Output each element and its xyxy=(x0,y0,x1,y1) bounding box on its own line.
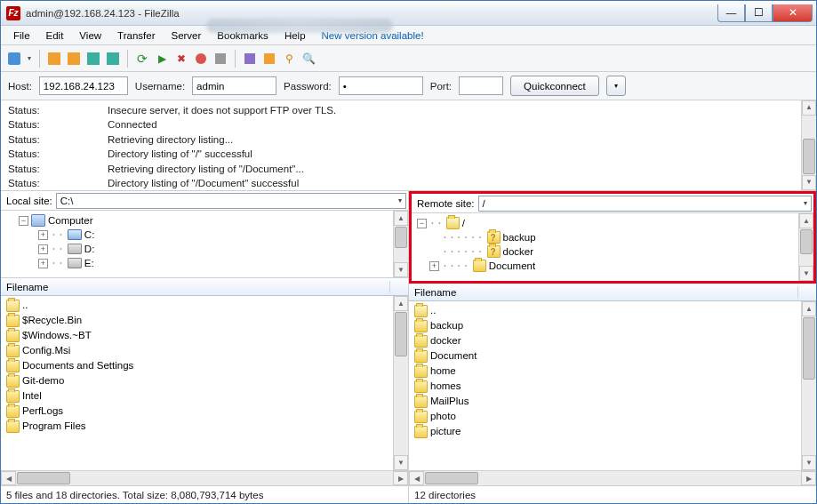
username-input[interactable] xyxy=(192,76,276,95)
compare-icon[interactable] xyxy=(261,51,277,67)
tree-node-drive[interactable]: C: xyxy=(84,228,95,242)
quickconnect-button[interactable]: Quickconnect xyxy=(510,76,599,96)
tree-node[interactable]: backup xyxy=(503,230,536,244)
list-item[interactable]: MailPlus xyxy=(430,394,469,409)
local-file-list[interactable]: .. $Recycle.Bin $Windows.~BT Config.Msi … xyxy=(1,296,408,470)
list-item[interactable]: homes xyxy=(430,379,461,394)
expander-icon[interactable] xyxy=(417,219,427,228)
list-item[interactable]: $Recycle.Bin xyxy=(22,313,82,328)
tree-node-computer[interactable]: Computer xyxy=(48,213,93,228)
list-item[interactable]: $Windows.~BT xyxy=(22,328,92,343)
folder-unknown-icon xyxy=(487,231,501,244)
folder-icon xyxy=(414,350,428,363)
process-queue-icon[interactable]: ▶ xyxy=(154,51,170,67)
local-tree-scrollbar[interactable]: ▲▼ xyxy=(393,211,408,277)
list-item[interactable]: Intel xyxy=(22,388,42,404)
remote-status: 12 directories xyxy=(409,485,816,503)
log-scrollbar[interactable]: ▲▼ xyxy=(801,100,816,190)
tree-node[interactable]: Document xyxy=(489,259,535,273)
menu-file[interactable]: File xyxy=(6,28,37,43)
host-input[interactable] xyxy=(39,76,128,95)
local-tree[interactable]: Computer ··C: ··D: ··E: ▲▼ xyxy=(1,211,408,278)
remote-site-combo[interactable]: /▾ xyxy=(478,196,812,212)
site-manager-dropdown[interactable]: ▾ xyxy=(26,51,33,67)
remote-list-header[interactable]: Filename xyxy=(409,284,816,301)
computer-icon xyxy=(31,214,45,227)
menu-edit[interactable]: Edit xyxy=(39,28,71,43)
remote-tree-scrollbar[interactable]: ▲▼ xyxy=(798,213,813,281)
obscured-area xyxy=(206,19,393,33)
folder-up-icon xyxy=(6,300,20,312)
list-item[interactable]: Config.Msi xyxy=(22,343,70,358)
list-item[interactable]: Document xyxy=(430,348,477,364)
minimize-button[interactable]: — xyxy=(717,4,745,22)
close-button[interactable]: ✕ xyxy=(773,4,813,22)
list-item[interactable]: .. xyxy=(22,298,28,313)
cancel-icon[interactable]: ✖ xyxy=(173,51,189,67)
port-input[interactable] xyxy=(459,76,503,95)
expander-icon[interactable] xyxy=(38,244,48,254)
folder-icon xyxy=(6,405,20,418)
expander-icon[interactable] xyxy=(38,259,48,268)
folder-icon xyxy=(414,320,428,332)
remote-tree[interactable]: ··/ ······backup ······docker ····Docume… xyxy=(412,213,813,281)
list-item[interactable]: PerfLogs xyxy=(22,404,63,419)
expander-icon[interactable] xyxy=(429,261,439,271)
filter-icon[interactable] xyxy=(242,51,258,67)
log-line: Directory listing of "/Document" success… xyxy=(108,176,299,190)
tree-node-drive[interactable]: E: xyxy=(84,256,94,270)
remote-list-hscrollbar[interactable]: ◀▶ xyxy=(409,470,816,485)
tree-node[interactable]: docker xyxy=(503,244,534,259)
remote-file-list[interactable]: .. backup docker Document home homes Mai… xyxy=(409,301,816,470)
remote-list-scrollbar[interactable]: ▲▼ xyxy=(801,301,816,470)
toggle-remote-tree-icon[interactable] xyxy=(85,51,101,67)
list-item[interactable]: backup xyxy=(430,318,463,333)
local-pane: Local site: C:\▾ Computer ··C: ··D: ··E:… xyxy=(1,191,409,503)
menu-server[interactable]: Server xyxy=(164,28,208,43)
toggle-queue-icon[interactable] xyxy=(105,51,121,67)
log-line: Directory listing of "/" successful xyxy=(108,147,252,161)
search-icon[interactable]: 🔍 xyxy=(300,51,316,67)
menu-transfer[interactable]: Transfer xyxy=(110,28,162,43)
port-label: Port: xyxy=(430,81,452,92)
expander-icon[interactable] xyxy=(19,216,28,226)
toggle-local-tree-icon[interactable] xyxy=(66,51,82,67)
tree-node-drive[interactable]: D: xyxy=(84,242,95,256)
site-manager-icon[interactable] xyxy=(6,51,22,67)
tree-node-root[interactable]: / xyxy=(462,216,465,230)
list-item[interactable]: home xyxy=(430,364,456,379)
remote-pane: Remote site: /▾ ··/ ······backup ······d… xyxy=(409,191,816,503)
folder-icon xyxy=(6,360,20,372)
main-panes: Local site: C:\▾ Computer ··C: ··D: ··E:… xyxy=(1,191,816,503)
list-item[interactable]: Documents and Settings xyxy=(22,358,133,373)
maximize-button[interactable]: ☐ xyxy=(745,4,773,22)
local-status: 5 files and 18 directories. Total size: … xyxy=(1,485,408,503)
expander-icon[interactable] xyxy=(38,230,48,240)
list-item[interactable]: Git-demo xyxy=(22,373,64,388)
local-list-hscrollbar[interactable]: ◀▶ xyxy=(1,470,408,485)
list-item[interactable]: .. xyxy=(430,303,436,318)
log-line: Insecure server, it does not support FTP… xyxy=(108,103,336,117)
folder-icon xyxy=(414,396,428,408)
local-list-header[interactable]: Filename xyxy=(1,278,408,296)
list-item[interactable]: picture xyxy=(430,424,461,439)
refresh-icon[interactable]: ⟳ xyxy=(134,51,150,67)
sync-browse-icon[interactable]: ⚲ xyxy=(281,51,297,67)
list-item[interactable]: Program Files xyxy=(22,419,86,434)
local-list-scrollbar[interactable]: ▲▼ xyxy=(393,296,408,470)
log-line: Retrieving directory listing of "/Docume… xyxy=(108,162,304,176)
list-item[interactable]: docker xyxy=(430,333,461,348)
list-item[interactable]: photo xyxy=(430,409,456,424)
password-input[interactable] xyxy=(339,76,423,95)
log-label: Status: xyxy=(8,103,108,117)
disconnect-icon[interactable] xyxy=(193,51,209,67)
window-controls: — ☐ ✕ xyxy=(717,4,813,22)
reconnect-icon[interactable] xyxy=(212,51,228,67)
host-label: Host: xyxy=(8,81,32,92)
drive-icon xyxy=(68,244,82,254)
menu-view[interactable]: View xyxy=(72,28,108,43)
local-site-combo[interactable]: C:\▾ xyxy=(56,193,406,209)
titlebar: Fz admin@192.168.24.123 - FileZilla — ☐ … xyxy=(1,1,816,26)
quickconnect-dropdown[interactable]: ▾ xyxy=(606,76,626,96)
toggle-log-icon[interactable] xyxy=(46,51,62,67)
